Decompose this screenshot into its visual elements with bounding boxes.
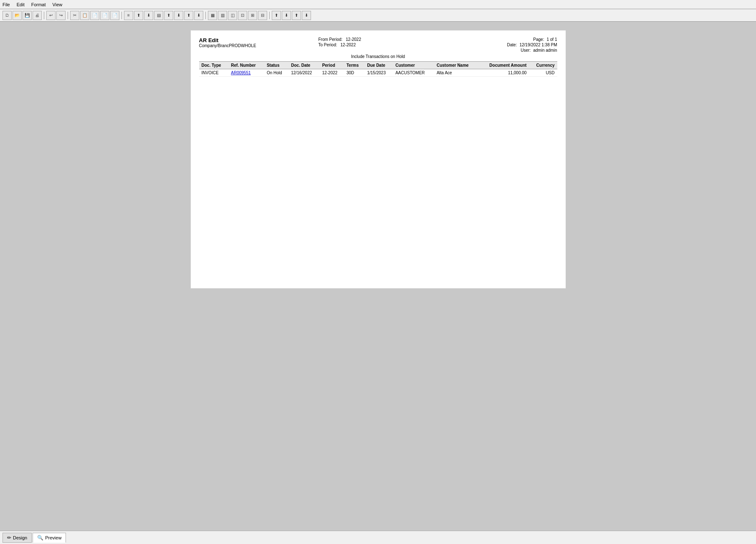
report-title-block: AR Edit Company/BrancPRODWHOLE — [199, 37, 319, 53]
preview-icon: 🔍 — [37, 535, 43, 541]
include-transactions-row: Include Transactions on Hold — [199, 54, 557, 59]
toolbar-cut[interactable]: ✂ — [70, 11, 79, 20]
tab-preview-label: Preview — [45, 535, 61, 540]
toolbar-align-center[interactable]: ⬆ — [134, 11, 143, 20]
menu-bar: File Edit Format View — [0, 0, 756, 9]
cell-doc-date: 12/16/2022 — [288, 69, 319, 77]
cell-customer: AACUSTOMER — [393, 69, 434, 77]
toolbar-sep-5 — [269, 12, 270, 19]
col-terms: Terms — [344, 62, 364, 69]
user-value: admin admin — [533, 48, 557, 53]
toolbar-b11[interactable]: ⊟ — [258, 11, 267, 20]
toolbar-new[interactable]: 🗋 — [3, 11, 12, 20]
toolbar-sep-2 — [68, 12, 68, 19]
cell-doc-type: INVOICE — [199, 69, 229, 77]
toolbar-sep-4 — [205, 12, 206, 19]
main-area: AR Edit Company/BrancPRODWHOLE From Peri… — [0, 22, 756, 531]
toolbar-b5[interactable]: ⬇ — [194, 11, 203, 20]
toolbar-b15[interactable]: ⬇ — [302, 11, 311, 20]
report-header: AR Edit Company/BrancPRODWHOLE From Peri… — [199, 37, 557, 53]
table-row: INVOICE AR009551 On Hold 12/16/2022 12-2… — [199, 69, 557, 77]
cell-due-date: 1/15/2023 — [364, 69, 393, 77]
toolbar-align-right[interactable]: ⬇ — [144, 11, 153, 20]
report-container: AR Edit Company/BrancPRODWHOLE From Peri… — [190, 30, 566, 289]
toolbar-copy[interactable]: 📋 — [80, 11, 89, 20]
to-period-value: 12-2022 — [341, 43, 356, 47]
cell-ref-number: AR009551 — [228, 69, 264, 77]
menu-edit[interactable]: Edit — [17, 2, 25, 7]
user-label: User: — [521, 48, 531, 53]
page-value: 1 of 1 — [546, 37, 557, 42]
toolbar-b8[interactable]: ◫ — [228, 11, 237, 20]
col-period: Period — [320, 62, 344, 69]
report-title: AR Edit — [199, 37, 319, 43]
cell-period: 12-2022 — [320, 69, 344, 77]
report-meta-block: Page: 1 of 1 Date: 12/19/2022 1:38 PM Us… — [438, 37, 557, 53]
toolbar-align-left[interactable]: ≡ — [124, 11, 133, 20]
col-document-amount: Document Amount — [478, 62, 529, 69]
col-ref-number: Ref. Number — [228, 62, 264, 69]
table-header-row: Doc. Type Ref. Number Status Doc. Date P… — [199, 62, 557, 69]
report-table: Doc. Type Ref. Number Status Doc. Date P… — [199, 61, 557, 77]
cell-terms: 30D — [344, 69, 364, 77]
toolbar-paste[interactable]: 📄 — [90, 11, 99, 20]
cell-status: On Hold — [264, 69, 288, 77]
toolbar-paste3[interactable]: 📄 — [110, 11, 119, 20]
col-customer-name: Customer Name — [434, 62, 478, 69]
bottom-bar: ✏ Design 🔍 Preview — [0, 531, 756, 544]
ref-number-link[interactable]: AR009551 — [231, 71, 250, 75]
toolbar-b14[interactable]: ⬆ — [292, 11, 301, 20]
to-period-row: To Period: 12-2022 — [319, 43, 438, 47]
toolbar-print[interactable]: 🖨 — [33, 11, 42, 20]
toolbar-b3[interactable]: ⬇ — [174, 11, 183, 20]
toolbar: 🗋 📂 💾 🖨 ↩ ↪ ✂ 📋 📄 📄 📄 ≡ ⬆ ⬇ ▤ ⬆ ⬇ ⬆ ⬇ ▦ … — [0, 9, 756, 22]
cell-document-amount: 11,000.00 — [478, 69, 529, 77]
cell-currency: USD — [529, 69, 557, 77]
toolbar-sep-1 — [44, 12, 44, 19]
toolbar-b12[interactable]: ⬆ — [272, 11, 281, 20]
toolbar-b7[interactable]: ▥ — [218, 11, 227, 20]
cell-customer-name: Alta Ace — [434, 69, 478, 77]
design-icon: ✏ — [7, 535, 11, 541]
toolbar-b4[interactable]: ⬆ — [184, 11, 193, 20]
date-label: Date: — [507, 43, 517, 47]
page-row: Page: 1 of 1 — [438, 37, 557, 42]
from-period-label: From Period: — [319, 37, 343, 42]
menu-view[interactable]: View — [53, 2, 63, 7]
toolbar-undo[interactable]: ↩ — [46, 11, 56, 20]
col-status: Status — [264, 62, 288, 69]
toolbar-redo[interactable]: ↪ — [56, 11, 66, 20]
tab-design[interactable]: ✏ Design — [3, 533, 32, 543]
toolbar-b13[interactable]: ⬇ — [282, 11, 291, 20]
toolbar-open[interactable]: 📂 — [13, 11, 22, 20]
report-company: Company/BrancPRODWHOLE — [199, 43, 319, 48]
tab-design-label: Design — [13, 535, 27, 540]
col-doc-date: Doc. Date — [288, 62, 319, 69]
toolbar-b10[interactable]: ⊞ — [248, 11, 257, 20]
page-label: Page: — [533, 37, 544, 42]
menu-file[interactable]: File — [3, 2, 10, 7]
col-doc-type: Doc. Type — [199, 62, 229, 69]
user-row: User: admin admin — [438, 48, 557, 53]
menu-format[interactable]: Format — [31, 2, 46, 7]
toolbar-sep-3 — [121, 12, 122, 19]
toolbar-paste2[interactable]: 📄 — [100, 11, 109, 20]
from-period-row: From Period: 12-2022 — [319, 37, 438, 42]
from-period-value: 12-2022 — [346, 37, 361, 42]
date-value: 12/19/2022 1:38 PM — [519, 43, 557, 47]
col-due-date: Due Date — [364, 62, 393, 69]
toolbar-b9[interactable]: ⊡ — [238, 11, 247, 20]
col-customer: Customer — [393, 62, 434, 69]
date-row: Date: 12/19/2022 1:38 PM — [438, 43, 557, 47]
report-period-block: From Period: 12-2022 To Period: 12-2022 — [319, 37, 438, 53]
tab-preview[interactable]: 🔍 Preview — [33, 533, 66, 543]
toolbar-save[interactable]: 💾 — [23, 11, 32, 20]
toolbar-b2[interactable]: ⬆ — [164, 11, 173, 20]
toolbar-b6[interactable]: ▦ — [208, 11, 217, 20]
to-period-label: To Period: — [319, 43, 337, 47]
col-currency: Currency — [529, 62, 557, 69]
toolbar-b1[interactable]: ▤ — [154, 11, 163, 20]
